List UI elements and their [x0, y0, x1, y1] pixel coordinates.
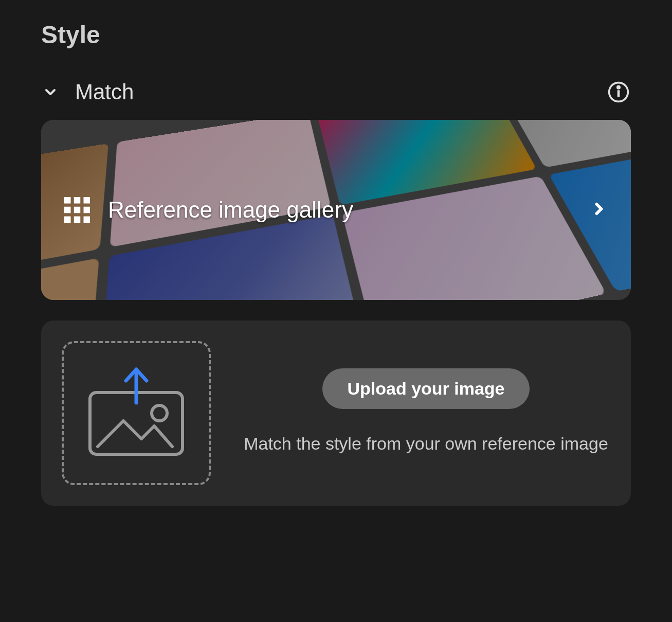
upload-button[interactable]: Upload your image	[322, 368, 529, 409]
match-header: Match	[41, 80, 631, 104]
reference-gallery-card[interactable]: Reference image gallery	[41, 120, 631, 300]
match-header-left: Match	[41, 80, 134, 104]
svg-rect-8	[84, 207, 90, 214]
upload-description: Match the style from your own reference …	[244, 430, 608, 457]
gallery-title: Reference image gallery	[108, 197, 574, 223]
svg-point-2	[617, 86, 620, 88]
svg-rect-5	[84, 197, 90, 204]
grid-icon	[62, 194, 93, 225]
chevron-down-icon[interactable]	[41, 83, 60, 101]
upload-right: Upload your image Match the style from y…	[242, 368, 610, 457]
upload-card: Upload your image Match the style from y…	[41, 321, 631, 506]
match-label: Match	[75, 80, 134, 104]
svg-rect-6	[64, 207, 71, 214]
svg-rect-10	[74, 217, 81, 223]
section-title: Style	[41, 21, 631, 49]
style-panel: Style Match	[41, 21, 631, 506]
upload-image-icon	[82, 364, 190, 462]
svg-rect-7	[74, 207, 81, 214]
svg-rect-9	[64, 217, 71, 223]
svg-rect-11	[84, 217, 90, 223]
svg-rect-3	[64, 197, 71, 204]
svg-rect-4	[74, 197, 81, 204]
gallery-overlay: Reference image gallery	[41, 120, 631, 300]
svg-point-13	[152, 405, 167, 421]
info-icon[interactable]	[606, 80, 631, 104]
chevron-right-icon	[590, 200, 610, 220]
upload-dropzone[interactable]	[62, 341, 211, 485]
